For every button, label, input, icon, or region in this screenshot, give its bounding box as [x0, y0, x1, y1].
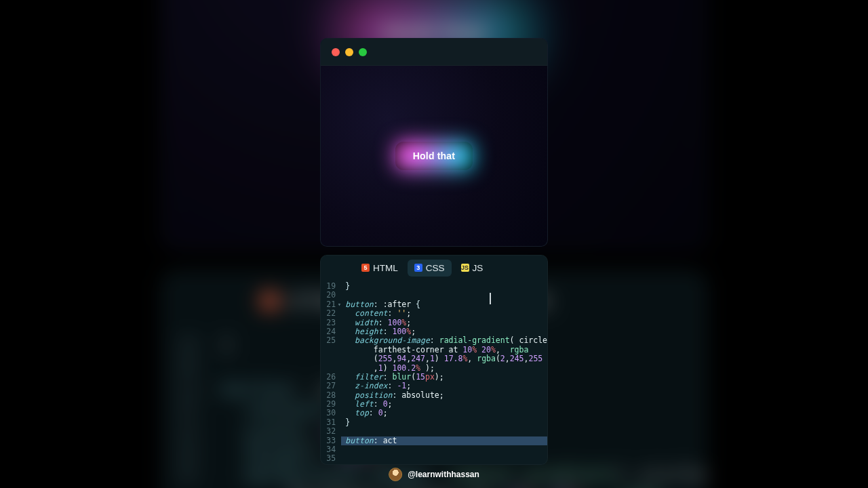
line-gutter: 192021▾2223242526272829303132333435: [321, 280, 341, 464]
author-handle: @learnwithhassan: [408, 470, 479, 479]
js-icon: JS: [461, 264, 469, 272]
hold-that-button[interactable]: Hold that: [395, 142, 473, 170]
editor-tabs: 5 HTML 3 CSS JS JS: [321, 256, 547, 280]
preview-window: Hold that: [320, 38, 548, 247]
window-close-icon[interactable]: [332, 48, 340, 56]
author-footer: @learnwithhassan: [389, 468, 479, 481]
avatar: [389, 468, 402, 481]
code-editor[interactable]: 192021▾2223242526272829303132333435 }but…: [321, 280, 547, 464]
center-stage: Hold that 5 HTML 3 CSS JS JS 192021▾2223…: [320, 0, 548, 488]
preview-body: Hold that: [321, 66, 547, 246]
tab-css-label: CSS: [426, 263, 445, 273]
html-icon: 5: [361, 264, 370, 272]
tab-css[interactable]: 3 CSS: [408, 260, 452, 277]
editor-window: 5 HTML 3 CSS JS JS 192021▾22232425262728…: [320, 255, 548, 465]
tab-js[interactable]: JS JS: [454, 260, 490, 277]
window-minimize-icon[interactable]: [345, 48, 353, 56]
tab-html-label: HTML: [373, 263, 398, 273]
css-icon: 3: [414, 264, 422, 272]
window-maximize-icon[interactable]: [359, 48, 367, 56]
text-cursor-icon: [490, 293, 491, 304]
preview-titlebar: [321, 39, 547, 66]
tab-js-label: JS: [473, 263, 484, 273]
code-area[interactable]: }button: :after { content: ''; width: 10…: [341, 280, 547, 464]
tab-html[interactable]: 5 HTML: [355, 260, 405, 277]
